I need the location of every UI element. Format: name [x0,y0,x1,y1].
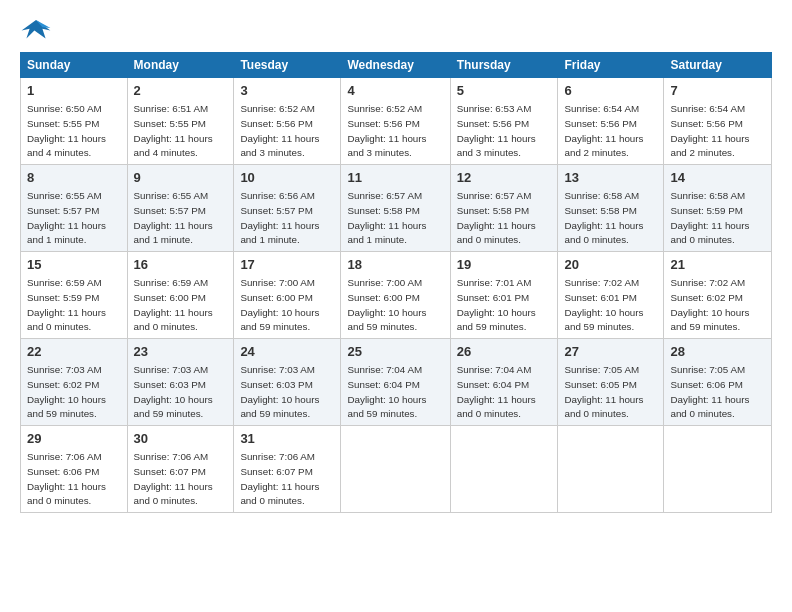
day-cell: 19Sunrise: 7:01 AMSunset: 6:01 PMDayligh… [450,252,558,339]
day-number: 18 [347,256,443,274]
day-info: Sunrise: 6:52 AMSunset: 5:56 PMDaylight:… [240,103,319,158]
day-number: 22 [27,343,121,361]
day-cell: 22Sunrise: 7:03 AMSunset: 6:02 PMDayligh… [21,339,128,426]
day-number: 15 [27,256,121,274]
day-info: Sunrise: 6:56 AMSunset: 5:57 PMDaylight:… [240,190,319,245]
header [20,16,772,44]
day-number: 26 [457,343,552,361]
day-number: 29 [27,430,121,448]
day-number: 11 [347,169,443,187]
day-info: Sunrise: 6:59 AMSunset: 6:00 PMDaylight:… [134,277,213,332]
day-number: 24 [240,343,334,361]
day-cell: 2Sunrise: 6:51 AMSunset: 5:55 PMDaylight… [127,78,234,165]
day-cell: 31Sunrise: 7:06 AMSunset: 6:07 PMDayligh… [234,426,341,513]
header-cell-sunday: Sunday [21,53,128,78]
header-row: SundayMondayTuesdayWednesdayThursdayFrid… [21,53,772,78]
day-cell: 11Sunrise: 6:57 AMSunset: 5:58 PMDayligh… [341,165,450,252]
day-number: 20 [564,256,657,274]
day-info: Sunrise: 6:57 AMSunset: 5:58 PMDaylight:… [347,190,426,245]
day-info: Sunrise: 7:03 AMSunset: 6:03 PMDaylight:… [240,364,319,419]
day-number: 25 [347,343,443,361]
day-info: Sunrise: 6:52 AMSunset: 5:56 PMDaylight:… [347,103,426,158]
day-cell [341,426,450,513]
day-number: 19 [457,256,552,274]
day-number: 10 [240,169,334,187]
day-info: Sunrise: 7:02 AMSunset: 6:01 PMDaylight:… [564,277,643,332]
svg-marker-0 [22,20,51,38]
day-cell: 23Sunrise: 7:03 AMSunset: 6:03 PMDayligh… [127,339,234,426]
day-cell: 4Sunrise: 6:52 AMSunset: 5:56 PMDaylight… [341,78,450,165]
day-cell: 25Sunrise: 7:04 AMSunset: 6:04 PMDayligh… [341,339,450,426]
day-number: 7 [670,82,765,100]
logo [20,16,56,44]
day-cell: 18Sunrise: 7:00 AMSunset: 6:00 PMDayligh… [341,252,450,339]
day-cell: 21Sunrise: 7:02 AMSunset: 6:02 PMDayligh… [664,252,772,339]
day-number: 27 [564,343,657,361]
day-cell: 20Sunrise: 7:02 AMSunset: 6:01 PMDayligh… [558,252,664,339]
day-cell: 12Sunrise: 6:57 AMSunset: 5:58 PMDayligh… [450,165,558,252]
day-info: Sunrise: 7:04 AMSunset: 6:04 PMDaylight:… [347,364,426,419]
day-number: 23 [134,343,228,361]
logo-bird-icon [20,16,52,44]
header-cell-monday: Monday [127,53,234,78]
day-number: 9 [134,169,228,187]
header-cell-tuesday: Tuesday [234,53,341,78]
day-info: Sunrise: 7:02 AMSunset: 6:02 PMDaylight:… [670,277,749,332]
page: SundayMondayTuesdayWednesdayThursdayFrid… [0,0,792,523]
day-cell [450,426,558,513]
day-cell: 10Sunrise: 6:56 AMSunset: 5:57 PMDayligh… [234,165,341,252]
day-number: 14 [670,169,765,187]
day-info: Sunrise: 7:06 AMSunset: 6:07 PMDaylight:… [134,451,213,506]
day-number: 12 [457,169,552,187]
day-info: Sunrise: 7:00 AMSunset: 6:00 PMDaylight:… [347,277,426,332]
day-cell: 27Sunrise: 7:05 AMSunset: 6:05 PMDayligh… [558,339,664,426]
day-number: 1 [27,82,121,100]
day-number: 6 [564,82,657,100]
day-info: Sunrise: 6:55 AMSunset: 5:57 PMDaylight:… [134,190,213,245]
day-info: Sunrise: 7:06 AMSunset: 6:07 PMDaylight:… [240,451,319,506]
day-cell: 6Sunrise: 6:54 AMSunset: 5:56 PMDaylight… [558,78,664,165]
day-cell [558,426,664,513]
day-number: 16 [134,256,228,274]
day-cell: 9Sunrise: 6:55 AMSunset: 5:57 PMDaylight… [127,165,234,252]
day-info: Sunrise: 7:05 AMSunset: 6:06 PMDaylight:… [670,364,749,419]
day-info: Sunrise: 7:01 AMSunset: 6:01 PMDaylight:… [457,277,536,332]
day-cell: 28Sunrise: 7:05 AMSunset: 6:06 PMDayligh… [664,339,772,426]
week-row-1: 1Sunrise: 6:50 AMSunset: 5:55 PMDaylight… [21,78,772,165]
day-cell: 1Sunrise: 6:50 AMSunset: 5:55 PMDaylight… [21,78,128,165]
day-cell: 8Sunrise: 6:55 AMSunset: 5:57 PMDaylight… [21,165,128,252]
day-cell: 29Sunrise: 7:06 AMSunset: 6:06 PMDayligh… [21,426,128,513]
day-info: Sunrise: 7:05 AMSunset: 6:05 PMDaylight:… [564,364,643,419]
header-cell-saturday: Saturday [664,53,772,78]
day-number: 30 [134,430,228,448]
week-row-2: 8Sunrise: 6:55 AMSunset: 5:57 PMDaylight… [21,165,772,252]
day-number: 13 [564,169,657,187]
day-info: Sunrise: 7:04 AMSunset: 6:04 PMDaylight:… [457,364,536,419]
header-cell-friday: Friday [558,53,664,78]
day-cell: 26Sunrise: 7:04 AMSunset: 6:04 PMDayligh… [450,339,558,426]
day-info: Sunrise: 6:55 AMSunset: 5:57 PMDaylight:… [27,190,106,245]
day-info: Sunrise: 7:06 AMSunset: 6:06 PMDaylight:… [27,451,106,506]
day-cell: 16Sunrise: 6:59 AMSunset: 6:00 PMDayligh… [127,252,234,339]
day-number: 21 [670,256,765,274]
day-cell: 15Sunrise: 6:59 AMSunset: 5:59 PMDayligh… [21,252,128,339]
day-info: Sunrise: 6:54 AMSunset: 5:56 PMDaylight:… [564,103,643,158]
day-info: Sunrise: 6:58 AMSunset: 5:59 PMDaylight:… [670,190,749,245]
day-info: Sunrise: 7:03 AMSunset: 6:02 PMDaylight:… [27,364,106,419]
day-info: Sunrise: 6:53 AMSunset: 5:56 PMDaylight:… [457,103,536,158]
day-number: 31 [240,430,334,448]
day-cell: 5Sunrise: 6:53 AMSunset: 5:56 PMDaylight… [450,78,558,165]
week-row-3: 15Sunrise: 6:59 AMSunset: 5:59 PMDayligh… [21,252,772,339]
day-info: Sunrise: 6:50 AMSunset: 5:55 PMDaylight:… [27,103,106,158]
day-info: Sunrise: 6:58 AMSunset: 5:58 PMDaylight:… [564,190,643,245]
day-cell: 30Sunrise: 7:06 AMSunset: 6:07 PMDayligh… [127,426,234,513]
day-cell: 13Sunrise: 6:58 AMSunset: 5:58 PMDayligh… [558,165,664,252]
day-cell: 3Sunrise: 6:52 AMSunset: 5:56 PMDaylight… [234,78,341,165]
day-number: 2 [134,82,228,100]
header-cell-thursday: Thursday [450,53,558,78]
day-number: 8 [27,169,121,187]
day-cell: 7Sunrise: 6:54 AMSunset: 5:56 PMDaylight… [664,78,772,165]
day-cell: 14Sunrise: 6:58 AMSunset: 5:59 PMDayligh… [664,165,772,252]
day-number: 4 [347,82,443,100]
day-number: 5 [457,82,552,100]
